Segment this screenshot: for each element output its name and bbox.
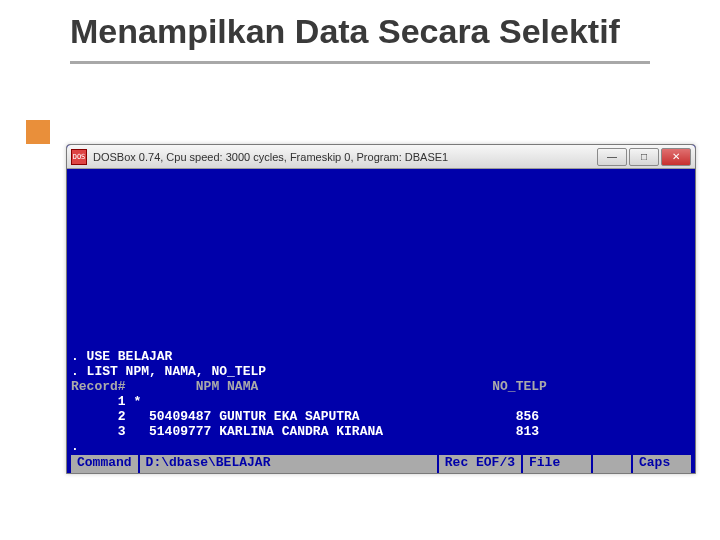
list-header: Record# NPM NAMA NO_TELP — [71, 379, 547, 394]
cmd-line-2: . LIST NPM, NAMA, NO_TELP — [71, 364, 266, 379]
slide-title: Menampilkan Data Secara Selektif — [0, 0, 720, 57]
close-button[interactable]: ✕ — [661, 148, 691, 166]
maximize-button[interactable]: □ — [629, 148, 659, 166]
list-row-2: 2 50409487 GUNTUR EKA SAPUTRA 856 — [71, 409, 539, 424]
prompt-dot: . — [71, 439, 79, 454]
status-spacer — [591, 455, 631, 473]
minimize-button[interactable]: — — [597, 148, 627, 166]
window-controls: — □ ✕ — [597, 148, 691, 166]
status-path: D:\dbase\BELAJAR — [138, 455, 437, 473]
terminal[interactable]: . USE BELAJAR . LIST NPM, NAMA, NO_TELP … — [67, 169, 695, 473]
title-underline — [70, 61, 650, 64]
dosbox-icon: DOS — [71, 149, 87, 165]
dosbox-window: DOS DOSBox 0.74, Cpu speed: 3000 cycles,… — [66, 144, 696, 474]
terminal-output: . USE BELAJAR . LIST NPM, NAMA, NO_TELP … — [71, 171, 691, 455]
window-titlebar[interactable]: DOS DOSBox 0.74, Cpu speed: 3000 cycles,… — [67, 145, 695, 169]
status-bar: Command D:\dbase\BELAJAR Rec EOF/3 File … — [71, 455, 691, 473]
list-row-1: 1 * — [71, 394, 141, 409]
status-rec: Rec EOF/3 — [437, 455, 521, 473]
status-command-label: Command — [71, 455, 138, 473]
list-row-3: 3 51409777 KARLINA CANDRA KIRANA 813 — [71, 424, 539, 439]
window-title-text: DOSBox 0.74, Cpu speed: 3000 cycles, Fra… — [93, 151, 597, 163]
accent-square — [26, 120, 50, 144]
cmd-line-1: . USE BELAJAR — [71, 349, 172, 364]
status-caps: Caps — [631, 455, 691, 473]
status-file: File — [521, 455, 591, 473]
